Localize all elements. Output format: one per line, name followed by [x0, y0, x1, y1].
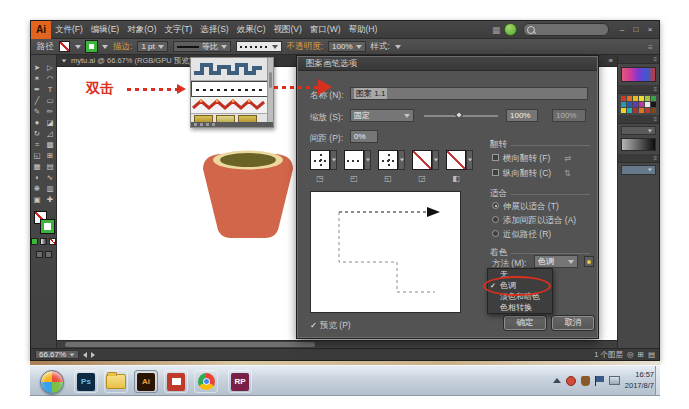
- dialog-title-bar[interactable]: 图案画笔选项: [298, 57, 597, 71]
- pen-tool-icon[interactable]: ✒: [32, 85, 43, 95]
- menu-window[interactable]: 窗口(W): [306, 24, 345, 36]
- free-transform-tool-icon[interactable]: ▩: [45, 140, 56, 150]
- shape-builder-tool-icon[interactable]: ◱: [32, 151, 43, 161]
- preview-check-icon[interactable]: ✓: [310, 320, 317, 330]
- magic-wand-tool-icon[interactable]: ✶: [32, 74, 43, 84]
- color-panel-header[interactable]: ≡: [618, 55, 659, 64]
- panel-menu-icon[interactable]: ≡: [653, 86, 657, 92]
- gradient-panel-header[interactable]: ≡: [618, 115, 659, 124]
- fit-stretch-label[interactable]: 伸展以适合 (T): [503, 201, 559, 213]
- width-profile-dropdown[interactable]: 等比: [173, 41, 231, 52]
- lasso-tool-icon[interactable]: ◠: [45, 74, 56, 84]
- color-mode-button[interactable]: [31, 238, 38, 245]
- restore-button[interactable]: □: [629, 24, 643, 36]
- start-button[interactable]: [40, 370, 64, 394]
- method-dropdown[interactable]: 色调: [534, 255, 578, 268]
- blue-pattern-brush-row[interactable]: [191, 58, 268, 81]
- scale-mode-dropdown[interactable]: 固定: [350, 109, 414, 122]
- dotted-pattern-brush-row[interactable]: [191, 81, 268, 97]
- hand-tool-icon[interactable]: ✚: [45, 195, 56, 205]
- blob-brush-tool-icon[interactable]: ●: [32, 118, 43, 128]
- gradient-tool-icon[interactable]: ▤: [45, 162, 56, 172]
- ok-button[interactable]: 确定: [504, 316, 546, 330]
- width-tool-icon[interactable]: ≈: [32, 140, 43, 150]
- paintbrush-tool-icon[interactable]: ✎: [32, 107, 43, 117]
- flip-horizontal-checkbox[interactable]: [492, 154, 499, 161]
- selection-tool-icon[interactable]: ➤: [32, 63, 43, 73]
- cancel-button[interactable]: 取消: [552, 316, 594, 330]
- fit-add-space-radio[interactable]: [492, 216, 499, 223]
- eyedropper-tool-icon[interactable]: ◗: [32, 173, 43, 183]
- scale-value-field[interactable]: 100%: [506, 109, 538, 122]
- menu-edit[interactable]: 编辑(E): [87, 24, 123, 36]
- layers-panel-icon[interactable]: ▤: [648, 350, 655, 359]
- side-tile-button[interactable]: [344, 150, 364, 170]
- search-input[interactable]: [537, 25, 605, 34]
- artboard-next-icon[interactable]: [91, 352, 95, 358]
- document-tab[interactable]: mytu.ai @ 66.67% (RGB/GPU 预览): [71, 56, 191, 66]
- stroke-swatch[interactable]: [86, 41, 97, 52]
- gradient-preview-bar[interactable]: [621, 138, 656, 151]
- color-spectrum-strip[interactable]: [621, 67, 656, 82]
- mesh-tool-icon[interactable]: ▦: [32, 162, 43, 172]
- horizontal-scrollbar-thumb[interactable]: [65, 342, 315, 347]
- stroke-green-swatch[interactable]: [41, 220, 54, 233]
- eraser-tool-icon[interactable]: ◪: [45, 118, 56, 128]
- stroke-weight-dropdown-icon[interactable]: [158, 45, 164, 49]
- stroke-dropdown-icon[interactable]: [102, 45, 108, 49]
- rotate-tool-icon[interactable]: ↻: [32, 129, 43, 139]
- taskbar-illustrator-icon[interactable]: Ai: [134, 370, 158, 393]
- brushes-scrollbar-thumb[interactable]: [269, 72, 272, 88]
- minimize-button[interactable]: –: [615, 24, 629, 36]
- tray-network-icon[interactable]: [609, 376, 620, 385]
- none-mode-button[interactable]: [49, 238, 56, 245]
- fit-stretch-radio[interactable]: [492, 202, 499, 209]
- stroke-label[interactable]: 描边:: [113, 41, 132, 53]
- start-tile-button[interactable]: [412, 150, 432, 170]
- hidden-icons-chevron[interactable]: [553, 378, 561, 383]
- outer-corner-tile-dropdown[interactable]: [330, 150, 337, 170]
- layers-locate-icon[interactable]: ◎: [627, 350, 634, 359]
- style-dropdown-icon[interactable]: [395, 45, 401, 49]
- gradient-mode-button[interactable]: [40, 238, 47, 245]
- search-box[interactable]: [523, 23, 609, 36]
- flip-vertical-checkbox[interactable]: [492, 169, 499, 176]
- scale-slider-handle[interactable]: [455, 111, 463, 119]
- swatches-panel-header[interactable]: ≡: [618, 85, 659, 94]
- taskbar-photoshop-icon[interactable]: Ps: [74, 370, 98, 393]
- type-tool-icon[interactable]: T: [45, 85, 56, 95]
- name-input[interactable]: 图案 1.1: [350, 87, 588, 100]
- new-layer-icon[interactable]: ⊞: [638, 350, 644, 359]
- preview-checkbox-label[interactable]: 预览 (P): [320, 320, 351, 332]
- taskbar-clock[interactable]: 16:57 2017/8/7: [625, 369, 654, 392]
- flower-pot-artwork[interactable]: [197, 143, 299, 243]
- spacing-input[interactable]: 0%: [350, 130, 378, 143]
- inner-corner-tile-button[interactable]: [378, 150, 398, 170]
- panel-menu-icon[interactable]: ≡: [653, 56, 657, 62]
- arrange-documents-icon[interactable]: ▦: [488, 25, 504, 35]
- brushes-scrollbar[interactable]: [267, 58, 273, 122]
- docbar-menu-icon[interactable]: ≡: [609, 56, 613, 65]
- panel-menu-icon[interactable]: ≡: [653, 116, 657, 122]
- menu-select[interactable]: 选择(S): [196, 24, 232, 36]
- method-option-hue-shift[interactable]: 色相转换: [488, 302, 552, 313]
- menu-effect[interactable]: 效果(C): [233, 24, 270, 36]
- fill-swatch-none[interactable]: [59, 41, 70, 52]
- draw-mode-button[interactable]: [36, 251, 43, 258]
- red-art-brush-row[interactable]: [191, 97, 268, 114]
- taskbar-image-app-icon[interactable]: [164, 370, 188, 393]
- symbol-sprayer-tool-icon[interactable]: ❋: [32, 184, 43, 194]
- perspective-grid-tool-icon[interactable]: ⊞: [45, 151, 56, 161]
- scale-tool-icon[interactable]: ◿: [45, 129, 56, 139]
- taskbar-axure-icon[interactable]: RP: [228, 370, 252, 393]
- start-tile-dropdown[interactable]: [432, 150, 439, 170]
- fit-add-space-label[interactable]: 添加间距以适合 (A): [503, 215, 576, 227]
- fill-dropdown-icon[interactable]: [75, 45, 81, 49]
- show-desktop-button[interactable]: [655, 366, 660, 395]
- blend-tool-icon[interactable]: ∿: [45, 173, 56, 183]
- tray-red-badge-icon[interactable]: [566, 376, 576, 386]
- collapsed-panel-strip[interactable]: [621, 165, 656, 175]
- screen-mode-button[interactable]: [45, 251, 52, 258]
- graph-tool-icon[interactable]: ▥: [45, 184, 56, 194]
- direct-selection-tool-icon[interactable]: ▷: [45, 63, 56, 73]
